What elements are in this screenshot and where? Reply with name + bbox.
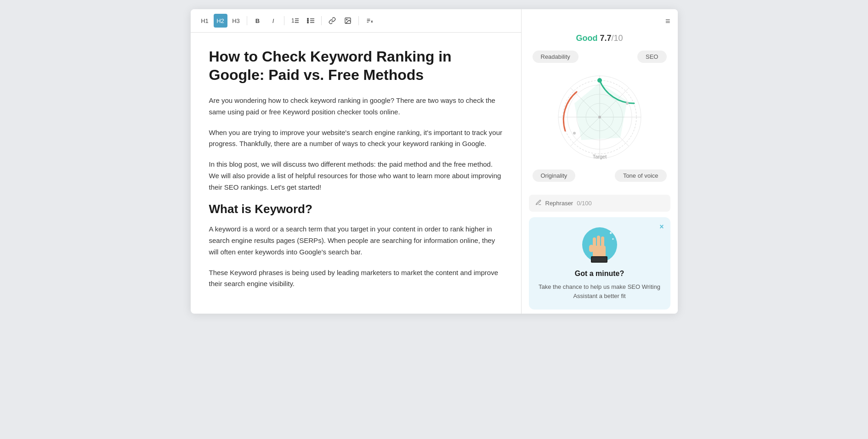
article-h2: What is Keyword? (209, 202, 503, 216)
top-tabs-row: Readability SEO (531, 51, 669, 63)
h3-button[interactable]: H3 (229, 14, 243, 28)
svg-rect-39 (589, 245, 594, 252)
unordered-list-button[interactable] (304, 14, 318, 28)
promo-image: ✦ ✦ (538, 226, 661, 263)
svg-text:✦: ✦ (612, 237, 614, 241)
rephraser-label: Rephraser (545, 200, 573, 207)
paragraph-2: When you are trying to improve your webs… (209, 127, 503, 150)
svg-text:✦: ✦ (609, 231, 613, 236)
sidebar: ≡ Good 7.7/10 Readability SEO (522, 9, 678, 314)
h1-button[interactable]: H1 (198, 14, 212, 28)
separator-1 (247, 16, 247, 25)
svg-point-29 (626, 102, 629, 105)
paragraph-3: In this blog post, we will discuss two d… (209, 159, 503, 193)
svg-point-11 (346, 19, 347, 20)
tab-seo[interactable]: SEO (637, 51, 666, 63)
tab-tone-of-voice[interactable]: Tone of voice (615, 169, 667, 182)
editor-panel: H1 H2 H3 B I 1. (191, 9, 522, 314)
tab-readability[interactable]: Readability (533, 51, 579, 63)
svg-point-5 (307, 20, 309, 22)
svg-marker-26 (574, 83, 627, 140)
promo-body: Take the chance to help us make SEO Writ… (538, 282, 661, 300)
promo-title: Got a minute? (538, 270, 661, 278)
score-good-label: Good (576, 34, 597, 43)
svg-point-27 (597, 78, 602, 83)
score-display: Good 7.7/10 (576, 34, 623, 43)
promo-close-button[interactable]: × (659, 223, 664, 231)
svg-text:Target: Target (592, 154, 607, 159)
separator-2 (284, 16, 284, 25)
ordered-list-button[interactable]: 1. (288, 14, 302, 28)
svg-point-6 (307, 22, 309, 23)
paragraph-1: Are you wondering how to check keyword r… (209, 95, 503, 118)
score-value: 7.7 (600, 34, 611, 43)
svg-point-4 (307, 18, 309, 20)
menu-icon[interactable]: ≡ (665, 17, 670, 26)
app-container: H1 H2 H3 B I 1. (191, 9, 678, 314)
article-title: How to Check Keyword Ranking in Google: … (209, 47, 503, 84)
svg-rect-38 (601, 236, 604, 248)
rephraser-count: 0/100 (577, 200, 592, 207)
svg-point-28 (598, 116, 601, 118)
promo-card: × ✦ ✦ (529, 217, 670, 310)
radar-chart: Target (549, 67, 650, 168)
paragraph-4: A keyword is a word or a search term tha… (209, 224, 503, 258)
toolbar: H1 H2 H3 B I 1. (191, 9, 521, 33)
clear-format-button[interactable] (363, 14, 376, 28)
svg-rect-37 (597, 236, 600, 248)
link-button[interactable] (325, 14, 339, 28)
separator-4 (358, 16, 359, 25)
image-button[interactable] (341, 14, 355, 28)
svg-rect-41 (592, 257, 607, 262)
paragraph-5: These Keyword phrases is being used by l… (209, 267, 503, 290)
separator-3 (321, 16, 322, 25)
h2-button[interactable]: H2 (214, 14, 227, 28)
italic-button[interactable]: I (267, 14, 280, 28)
score-denom: /10 (612, 34, 623, 43)
rephraser-icon (535, 199, 542, 207)
article-body: Are you wondering how to check keyword r… (209, 95, 503, 290)
bold-button[interactable]: B (251, 14, 265, 28)
rephraser-bar[interactable]: Rephraser 0/100 (529, 195, 670, 212)
tab-originality[interactable]: Originality (533, 169, 576, 182)
editor-content[interactable]: How to Check Keyword Ranking in Google: … (191, 33, 521, 314)
sidebar-header: ≡ (522, 9, 678, 30)
svg-point-30 (573, 132, 576, 135)
bottom-tabs-row: Originality Tone of voice (531, 169, 669, 182)
score-section: Good 7.7/10 Readability SEO (522, 30, 678, 189)
